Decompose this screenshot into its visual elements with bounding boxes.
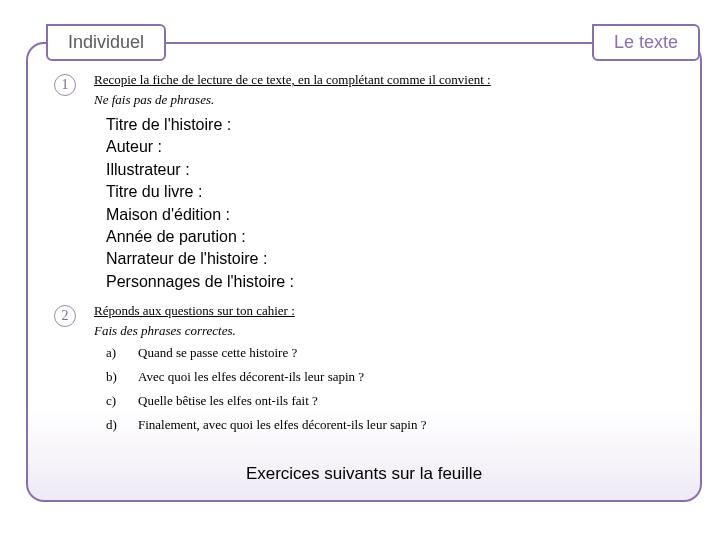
section-2-instruction: Réponds aux questions sur ton cahier : (94, 303, 670, 319)
question-list: a) Quand se passe cette histoire ? b) Av… (106, 345, 670, 433)
section-number-1: 1 (54, 74, 76, 96)
section-1: 1 Recopie la fiche de lecture de ce text… (58, 72, 670, 293)
question-label: d) (106, 417, 138, 433)
question-text: Quand se passe cette histoire ? (138, 345, 297, 361)
section-2: 2 Réponds aux questions sur ton cahier :… (58, 303, 670, 433)
field-item: Personnages de l'histoire : (106, 271, 670, 293)
question-label: c) (106, 393, 138, 409)
field-item: Narrateur de l'histoire : (106, 248, 670, 270)
section-1-content: Recopie la fiche de lecture de ce texte,… (94, 72, 670, 293)
question-label: b) (106, 369, 138, 385)
section-2-content: Réponds aux questions sur ton cahier : F… (94, 303, 670, 433)
section-number-2: 2 (54, 305, 76, 327)
question-text: Avec quoi les elfes décorent-ils leur sa… (138, 369, 364, 385)
field-item: Maison d'édition : (106, 204, 670, 226)
field-item: Auteur : (106, 136, 670, 158)
question-label: a) (106, 345, 138, 361)
field-item: Année de parution : (106, 226, 670, 248)
question-row: b) Avec quoi les elfes décorent-ils leur… (106, 369, 670, 385)
question-row: d) Finalement, avec quoi les elfes décor… (106, 417, 670, 433)
main-panel: 1 Recopie la fiche de lecture de ce text… (26, 42, 702, 502)
section-1-instruction: Recopie la fiche de lecture de ce texte,… (94, 72, 670, 88)
field-item: Titre du livre : (106, 181, 670, 203)
footer-note: Exercices suivants sur la feuille (28, 464, 700, 484)
field-item: Titre de l'histoire : (106, 114, 670, 136)
question-row: a) Quand se passe cette histoire ? (106, 345, 670, 361)
tab-individuel: Individuel (46, 24, 166, 61)
question-row: c) Quelle bêtise les elfes ont-ils fait … (106, 393, 670, 409)
section-1-hint: Ne fais pas de phrases. (94, 92, 670, 108)
section-2-hint: Fais des phrases correctes. (94, 323, 670, 339)
tab-le-texte: Le texte (592, 24, 700, 61)
question-text: Finalement, avec quoi les elfes décorent… (138, 417, 426, 433)
field-item: Illustrateur : (106, 159, 670, 181)
question-text: Quelle bêtise les elfes ont-ils fait ? (138, 393, 318, 409)
reading-sheet-fields: Titre de l'histoire : Auteur : Illustrat… (106, 114, 670, 293)
